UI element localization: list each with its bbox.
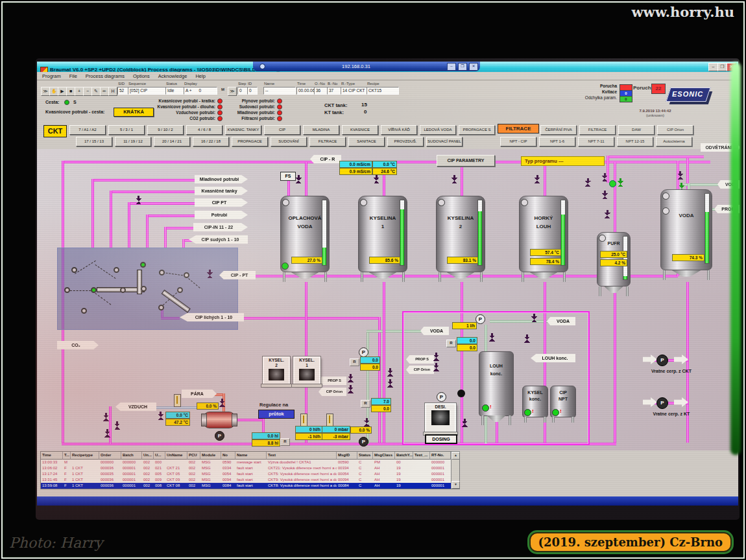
route-port[interactable]: [158, 305, 164, 310]
r-button[interactable]: R: [280, 438, 290, 446]
route-arrow-louh-konc[interactable]: LOUH konc.: [531, 354, 575, 362]
nav-button[interactable]: LEDOVÁ VODA: [420, 125, 456, 135]
nav-button[interactable]: NPT 12-15: [617, 137, 653, 146]
valve-icon[interactable]: [373, 178, 380, 183]
rdp-close-button[interactable]: ✕: [469, 63, 478, 71]
nav-button[interactable]: 11 / 19 / 12: [115, 137, 151, 146]
nav-button[interactable]: CIP: [264, 125, 300, 135]
h-icon[interactable]: H: [108, 87, 117, 96]
route-arrow-cip-orion-mid[interactable]: CIP Orion: [319, 388, 346, 396]
valve-icon[interactable]: [523, 337, 531, 343]
rdp-restore-button[interactable]: ❐: [458, 63, 467, 71]
stop-icon[interactable]: ■: [66, 87, 75, 96]
column-header[interactable]: MsgClass: [373, 452, 395, 460]
valve-icon[interactable]: [534, 178, 541, 183]
value-setpoint[interactable]: 0.0: [457, 344, 477, 351]
nav-button[interactable]: PROVZDUŠ.: [387, 137, 424, 146]
nav-button[interactable]: MLADINA: [303, 125, 339, 135]
route-arrow-cip-r[interactable]: CIP - R: [310, 155, 341, 163]
step-field[interactable]: 0: [237, 87, 248, 95]
valve-icon[interactable]: [604, 213, 611, 218]
column-header[interactable]: MsgID: [337, 452, 357, 460]
kysel1-station[interactable]: KYSEL. 1: [293, 356, 320, 385]
hand-icon[interactable]: ✋: [49, 87, 58, 96]
valve-icon[interactable]: [433, 355, 440, 361]
nav-button[interactable]: SUDOVÁNÍ: [271, 137, 307, 146]
status-field[interactable]: Idle: [165, 87, 185, 95]
valve-icon[interactable]: [617, 181, 624, 187]
steam-valve-pct[interactable]: 0.0 %: [197, 402, 219, 410]
column-header[interactable]: Status: [357, 452, 373, 460]
nav-button[interactable]: 16 / 22 / 18: [193, 137, 229, 146]
nav-button[interactable]: 17 / 15 / 13: [76, 137, 112, 146]
tank-level-value[interactable]: 74.3 %: [672, 254, 704, 261]
route-arrow-mladinove-potrubi[interactable]: Mladinové potrubi: [195, 175, 248, 183]
valve-icon[interactable]: [102, 415, 110, 421]
rdp-minimize-button[interactable]: –: [447, 63, 456, 71]
message-row[interactable]: 13:17:24F1 CKT000035 000001002005CKT 05 …: [41, 471, 451, 477]
minus-icon[interactable]: −: [83, 87, 92, 96]
pin-icon[interactable]: [259, 64, 265, 69]
valve-icon[interactable]: [387, 382, 394, 388]
tank-pufr[interactable]: PUFR 25.0 °C 4.2 %: [597, 232, 631, 286]
route-port[interactable]: [177, 287, 183, 293]
column-header[interactable]: Batch: [121, 452, 142, 460]
controller-icon[interactable]: [300, 414, 307, 426]
expand-icon[interactable]: ≫: [41, 87, 50, 96]
pump-icon[interactable]: P: [656, 355, 668, 366]
controller-icon[interactable]: [174, 394, 181, 407]
menu-item[interactable]: File: [69, 73, 77, 79]
rtype-field[interactable]: 14 CIP CKT: [341, 87, 368, 95]
valve-icon[interactable]: [433, 366, 440, 371]
cip-parametry-button[interactable]: CIP PARAMETRY: [437, 155, 495, 167]
valve-icon[interactable]: [363, 421, 370, 426]
column-header[interactable]: UnName: [165, 452, 187, 460]
nav-button[interactable]: PROPAGACE: [232, 137, 268, 146]
pressure-setpoint[interactable]: -3 mbar: [322, 433, 350, 440]
nav-button[interactable]: 4 / 6 / 8: [186, 125, 223, 135]
column-header[interactable]: Order: [99, 452, 121, 460]
pump-icon[interactable]: P: [359, 437, 368, 447]
bno-field[interactable]: 37: [327, 87, 342, 95]
route-port-active[interactable]: [91, 287, 97, 293]
tank-temp-value[interactable]: 57.4 °C: [530, 249, 561, 256]
route-arrow-prop-s2[interactable]: PROP S: [406, 355, 434, 364]
value-actual[interactable]: 7.0: [371, 398, 391, 405]
tank-level-value[interactable]: 27.0 %: [291, 257, 322, 264]
sequence-field[interactable]: [052] CIP: [128, 87, 167, 95]
valve-icon[interactable]: [584, 181, 592, 187]
controller-icon[interactable]: [326, 414, 333, 426]
temperature-actual[interactable]: 0.0 °C: [372, 161, 397, 168]
expand2-icon[interactable]: ≫: [228, 87, 237, 96]
scroll-down-icon[interactable]: ▼: [451, 481, 460, 489]
tank-temp-value[interactable]: 25.0 °C: [600, 251, 627, 258]
tank-horky-louh[interactable]: HORKÝ LOUH 57.4 °C 78.4 %: [519, 196, 568, 272]
menu-item[interactable]: Help: [195, 73, 205, 79]
r-button[interactable]: R: [361, 400, 370, 408]
r-button[interactable]: R: [350, 358, 359, 366]
column-header[interactable]: T...: [63, 452, 71, 460]
nav-button[interactable]: FILTRACE: [579, 125, 616, 135]
time-field[interactable]: 00.00.06: [296, 87, 316, 95]
nav-button[interactable]: FILTRACE: [309, 137, 346, 146]
conductivity-actual[interactable]: 0.0 mS/cm: [339, 161, 372, 168]
route-port[interactable]: [159, 270, 165, 275]
valve-icon[interactable]: [451, 178, 458, 183]
flowrate-actual[interactable]: 0 hl/h: [295, 426, 322, 433]
odchylka-box[interactable]: 0: [620, 96, 632, 102]
minimize-button[interactable]: –: [708, 63, 718, 71]
nav-button[interactable]: DAW: [618, 125, 655, 135]
column-header[interactable]: RT-No.: [430, 452, 451, 460]
route-port[interactable]: [120, 287, 126, 293]
valve-icon[interactable]: [135, 198, 142, 204]
route-port[interactable]: [114, 267, 119, 273]
nav-button[interactable]: KVASNICE: [342, 125, 378, 135]
motor-dot-icon[interactable]: [457, 390, 465, 397]
pump-icon[interactable]: P: [437, 392, 446, 402]
route-port[interactable]: [64, 287, 70, 293]
value-setpoint[interactable]: 0.0: [371, 405, 391, 412]
message-row[interactable]: 13:31:45F1 CKT000036 000001002009CKT 09 …: [41, 477, 451, 483]
value-setpoint[interactable]: 0.0: [360, 364, 380, 371]
route-arrow-cip-pt[interactable]: CIP PT: [195, 198, 248, 207]
start-icon[interactable]: ▶: [58, 87, 67, 96]
